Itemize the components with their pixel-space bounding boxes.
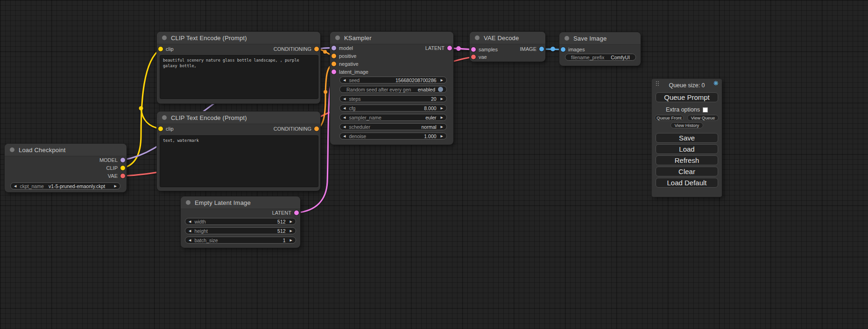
left-arrow-icon[interactable]: ◀ (189, 229, 191, 232)
reroute-dot-image[interactable] (550, 47, 555, 51)
output-image[interactable]: IMAGE (520, 46, 544, 52)
left-arrow-icon[interactable]: ◀ (343, 97, 346, 100)
queue-front-button[interactable]: Queue Front (655, 115, 684, 121)
clear-button[interactable]: Clear (656, 167, 718, 176)
image-port-icon[interactable] (539, 47, 544, 51)
node-title-bar[interactable]: CLIP Text Encode (Prompt) (157, 112, 320, 124)
node-title-bar[interactable]: Empty Latent Image (181, 196, 300, 209)
right-arrow-icon[interactable]: ▶ (441, 97, 443, 100)
collapse-dot-icon[interactable] (565, 36, 569, 41)
node-title-bar[interactable]: Save Image (559, 32, 641, 45)
left-arrow-icon[interactable]: ◀ (14, 184, 16, 188)
latent-port-icon[interactable] (471, 47, 476, 52)
node-load-checkpoint[interactable]: Load Checkpoint MODEL CLIP VAE ◀ ckpt_na… (5, 144, 127, 192)
right-arrow-icon[interactable]: ▶ (290, 229, 292, 232)
filename-prefix-widget[interactable]: filename_prefix ComfyUI (565, 54, 636, 61)
refresh-button[interactable]: Refresh (656, 155, 718, 165)
vae-port-icon[interactable] (120, 174, 125, 178)
collapse-dot-icon[interactable] (162, 35, 167, 40)
left-arrow-icon[interactable]: ◀ (343, 78, 346, 82)
reroute-dot-clip[interactable] (139, 106, 143, 111)
prompt-textarea[interactable]: text, watermark (160, 135, 318, 187)
collapse-dot-icon[interactable] (186, 200, 191, 205)
toggle-dot-icon[interactable] (438, 87, 443, 92)
node-save-image[interactable]: Save Image images filename_prefix ComfyU… (559, 32, 641, 66)
clip-port-icon[interactable] (158, 126, 163, 131)
model-port-icon[interactable] (120, 158, 125, 162)
right-arrow-icon[interactable]: ▶ (441, 134, 443, 138)
extra-options-checkbox[interactable] (703, 107, 708, 112)
steps-widget[interactable]: ◀ steps 20 ▶ (339, 95, 447, 102)
output-latent[interactable]: LATENT (425, 45, 452, 51)
output-latent[interactable]: LATENT (272, 210, 299, 216)
image-port-icon[interactable] (561, 47, 565, 52)
random-seed-toggle[interactable]: Random seed after every gen enabled (339, 86, 447, 93)
left-arrow-icon[interactable]: ◀ (343, 134, 346, 138)
input-images[interactable]: images (561, 46, 585, 53)
input-samples[interactable]: samples (471, 46, 498, 53)
vae-port-icon[interactable] (471, 55, 476, 59)
output-model[interactable]: MODEL (99, 157, 125, 163)
collapse-dot-icon[interactable] (335, 35, 340, 40)
latent-port-icon[interactable] (332, 70, 336, 74)
right-arrow-icon[interactable]: ▶ (114, 184, 117, 188)
input-clip[interactable]: clip (158, 46, 174, 52)
conditioning-port-icon[interactable] (314, 47, 319, 51)
batch-size-widget[interactable]: ◀ batch_size 1 ▶ (185, 237, 296, 244)
clip-port-icon[interactable] (120, 166, 125, 170)
view-history-button[interactable]: View History (670, 122, 703, 128)
node-title-bar[interactable]: CLIP Text Encode (Prompt) (157, 32, 320, 44)
model-port-icon[interactable] (332, 46, 336, 50)
node-empty-latent-image[interactable]: Empty Latent Image LATENT ◀ width 512 ▶ … (181, 196, 300, 248)
width-widget[interactable]: ◀ width 512 ▶ (185, 218, 296, 225)
node-vae-decode[interactable]: VAE Decode samples vae IMAGE (470, 32, 545, 62)
load-button[interactable]: Load (656, 144, 718, 154)
input-model[interactable]: model (332, 45, 353, 51)
node-title-bar[interactable]: Load Checkpoint (5, 144, 127, 156)
comfyui-canvas[interactable]: { "colors": { "model": "#b39ddb", "clip"… (0, 0, 868, 329)
input-positive[interactable]: positive (332, 53, 356, 59)
right-arrow-icon[interactable]: ▶ (290, 238, 292, 242)
collapse-dot-icon[interactable] (162, 115, 167, 120)
left-arrow-icon[interactable]: ◀ (343, 116, 346, 119)
latent-port-icon[interactable] (447, 46, 452, 50)
right-arrow-icon[interactable]: ▶ (441, 116, 443, 119)
input-vae[interactable]: vae (471, 54, 487, 60)
sampler-name-widget[interactable]: ◀ sampler_name euler ▶ (339, 114, 447, 121)
conditioning-port-icon[interactable] (332, 54, 336, 58)
input-latent-image[interactable]: latent_image (332, 69, 368, 75)
collapse-dot-icon[interactable] (10, 147, 14, 152)
collapse-dot-icon[interactable] (475, 35, 480, 40)
clip-port-icon[interactable] (158, 47, 163, 51)
left-arrow-icon[interactable]: ◀ (189, 238, 191, 242)
input-clip[interactable]: clip (158, 126, 174, 132)
right-arrow-icon[interactable]: ▶ (441, 78, 443, 82)
output-clip[interactable]: CLIP (106, 165, 125, 171)
ckpt-name-widget[interactable]: ◀ ckpt_name v1-5-pruned-emaonly.ckpt ▶ (10, 182, 120, 189)
reroute-dot-positive[interactable] (323, 50, 327, 54)
right-arrow-icon[interactable]: ▶ (441, 125, 443, 128)
right-arrow-icon[interactable]: ▶ (441, 106, 443, 110)
latent-port-icon[interactable] (294, 210, 299, 215)
denoise-widget[interactable]: ◀ denoise 1.000 ▶ (339, 133, 447, 140)
node-clip-text-encode-positive[interactable]: CLIP Text Encode (Prompt) clip CONDITION… (157, 32, 320, 104)
node-ksampler[interactable]: KSampler model positive negative latent_… (330, 32, 453, 145)
reroute-dot-negative[interactable] (324, 90, 327, 94)
prompt-textarea[interactable]: beautiful scenery nature glass bottle la… (160, 55, 318, 99)
settings-gear-icon[interactable]: ❋ (713, 80, 719, 86)
right-arrow-icon[interactable]: ▶ (290, 220, 292, 223)
height-widget[interactable]: ◀ height 512 ▶ (185, 227, 296, 234)
scheduler-widget[interactable]: ◀ scheduler normal ▶ (339, 123, 447, 130)
node-clip-text-encode-negative[interactable]: CLIP Text Encode (Prompt) clip CONDITION… (157, 112, 320, 191)
node-title-bar[interactable]: KSampler (330, 32, 453, 44)
node-title-bar[interactable]: VAE Decode (470, 32, 545, 44)
output-vae[interactable]: VAE (108, 173, 125, 179)
seed-widget[interactable]: ◀ seed 156680208700286 ▶ (339, 77, 447, 84)
conditioning-port-icon[interactable] (314, 126, 319, 131)
save-button[interactable]: Save (656, 133, 718, 143)
cfg-widget[interactable]: ◀ cfg 8.000 ▶ (339, 105, 447, 112)
left-arrow-icon[interactable]: ◀ (189, 220, 191, 223)
output-conditioning[interactable]: CONDITIONING (274, 46, 319, 52)
output-conditioning[interactable]: CONDITIONING (274, 126, 319, 132)
queue-prompt-button[interactable]: Queue Prompt (656, 92, 718, 102)
